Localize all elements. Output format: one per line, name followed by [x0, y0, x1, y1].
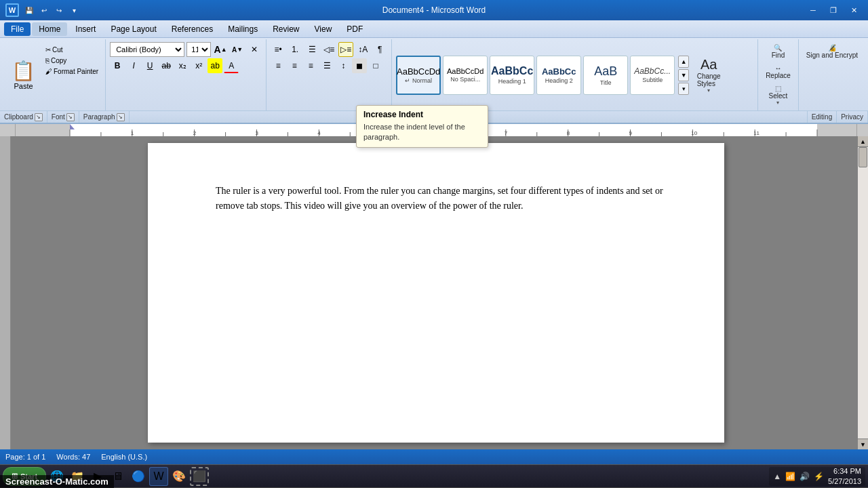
menu-review[interactable]: Review [266, 22, 306, 36]
menu-references[interactable]: References [165, 22, 220, 36]
justify-button[interactable]: ☰ [319, 58, 334, 73]
copy-button[interactable]: ⎘ Copy [43, 56, 101, 66]
vertical-scrollbar[interactable]: ▲ ▼ [857, 136, 868, 449]
language: English (U.S.) [101, 453, 147, 461]
menu-home[interactable]: Home [32, 22, 67, 36]
strikethrough-button[interactable]: ab [159, 58, 174, 73]
text-highlight-button[interactable]: ab [208, 58, 222, 73]
styles-tiles-row: AaBbCcDd ↵ Normal AaBbCcDd No Spaci... A… [396, 42, 753, 108]
style-heading1[interactable]: AaBbCc Heading 1 [490, 56, 534, 95]
save-button[interactable]: 💾 [23, 4, 35, 16]
menu-view[interactable]: View [308, 22, 339, 36]
numbering-button[interactable]: 1. [288, 42, 302, 57]
subscript-button[interactable]: x₂ [175, 58, 190, 73]
paragraph-label[interactable]: Paragraph ↘ [79, 111, 130, 123]
font-group: Calibri (Body) 11 A▲ A▼ ✕ B I U ab x₂ x²… [106, 39, 267, 110]
taskbar-screencast[interactable]: ⬛ [190, 467, 209, 486]
menu-insert[interactable]: Insert [68, 22, 102, 36]
font-expand[interactable]: ↘ [66, 113, 75, 121]
clear-formatting-button[interactable]: ✕ [247, 42, 262, 57]
menu-mailings[interactable]: Mailings [221, 22, 264, 36]
italic-button[interactable]: I [126, 58, 141, 73]
menu-page-layout[interactable]: Page Layout [104, 22, 163, 36]
taskbar-paint[interactable]: 🎨 [170, 467, 189, 486]
show-marks-button[interactable]: ¶ [372, 42, 387, 57]
signature-group: 🔏 Sign and Encrypt [799, 39, 865, 110]
font-format-row: B I U ab x₂ x² ab A [110, 58, 262, 73]
paste-button[interactable]: 📋 Paste [7, 42, 40, 108]
document-content[interactable]: The ruler is a very powerful tool. From … [216, 184, 670, 214]
taskbar-word[interactable]: W [149, 467, 168, 486]
minimize-button[interactable]: ─ [804, 3, 822, 17]
scroll-down-button[interactable]: ▼ [858, 439, 868, 449]
shrink-font-button[interactable]: A▼ [230, 42, 245, 57]
clipboard-label[interactable]: Clipboard ↘ [0, 111, 47, 123]
style-no-spacing[interactable]: AaBbCcDd No Spaci... [443, 56, 488, 95]
align-center-button[interactable]: ≡ [287, 58, 302, 73]
sign-encrypt-icon: 🔏 [828, 44, 836, 52]
sign-encrypt-button[interactable]: 🔏 Sign and Encrypt [803, 42, 861, 61]
font-size-select[interactable]: 11 [186, 42, 211, 57]
select-button[interactable]: ⬚ Select ▾ [762, 83, 794, 108]
font-name-select[interactable]: Calibri (Body) [110, 42, 184, 57]
change-styles-button[interactable]: Aa Change Styles ▾ [691, 54, 726, 97]
qa-dropdown[interactable]: ▾ [68, 4, 80, 16]
tray-power-icon[interactable]: ⚡ [814, 472, 824, 481]
font-label[interactable]: Font ↘ [47, 111, 79, 123]
ruler-main[interactable] [15, 124, 857, 136]
font-color-button[interactable]: A [224, 58, 239, 73]
close-button[interactable]: ✕ [845, 3, 863, 17]
style-scroll-down[interactable]: ▼ [678, 69, 689, 81]
redo-button[interactable]: ↪ [53, 4, 65, 16]
replace-button[interactable]: ↔ Replace [762, 62, 794, 81]
increase-indent-button[interactable]: ▷≡ [338, 42, 353, 57]
paragraph-expand[interactable]: ↘ [117, 113, 125, 121]
grow-font-button[interactable]: A▲ [213, 42, 228, 57]
style-scroll-up[interactable]: ▲ [678, 56, 689, 68]
style-heading2[interactable]: AaBbCc Heading 2 [536, 56, 581, 95]
style-subtitle[interactable]: AaBbCc... Subtitle [630, 56, 675, 95]
style-normal[interactable]: AaBbCcDd ↵ Normal [396, 56, 441, 95]
decrease-indent-button[interactable]: ◁≡ [321, 42, 336, 57]
bullets-button[interactable]: ≡• [271, 42, 285, 57]
align-right-button[interactable]: ≡ [303, 58, 318, 73]
styles-label[interactable]: Styles ↘ [130, 111, 808, 123]
style-scroll-more[interactable]: ▾ [678, 83, 689, 95]
shading-button[interactable]: ◼ [352, 58, 367, 73]
format-painter-button[interactable]: 🖌 Format Painter [43, 66, 101, 77]
style-title[interactable]: AaB Title [583, 56, 628, 95]
tray-sound-icon[interactable]: 🔊 [800, 472, 810, 481]
tray-network-icon[interactable]: 📶 [785, 472, 795, 481]
document-page[interactable]: The ruler is a very powerful tool. From … [148, 143, 724, 443]
styles-group: AaBbCcDd ↵ Normal AaBbCcDd No Spaci... A… [392, 39, 758, 110]
styles-expand[interactable]: ↘ [474, 113, 482, 121]
clipboard-label-text: Clipboard [4, 113, 33, 121]
tray-clock[interactable]: 6:34 PM 5/27/2013 [828, 466, 861, 486]
align-left-button[interactable]: ≡ [271, 58, 285, 73]
cut-button[interactable]: ✂ Cut [43, 45, 101, 55]
bold-button[interactable]: B [110, 58, 125, 73]
document-center[interactable]: The ruler is a very powerful tool. From … [15, 136, 857, 449]
underline-button[interactable]: U [142, 58, 157, 73]
line-spacing-button[interactable]: ↕ [336, 58, 351, 73]
borders-button[interactable]: □ [368, 58, 383, 73]
undo-button[interactable]: ↩ [38, 4, 50, 16]
para-top-row: ≡• 1. ☰ ◁≡ ▷≡ ↕A ¶ [271, 42, 387, 57]
find-button[interactable]: 🔍 Find [762, 42, 794, 61]
style-h2-label: Heading 2 [545, 77, 573, 84]
ruler-area [0, 124, 868, 136]
multilevel-list-button[interactable]: ☰ [304, 42, 319, 57]
taskbar-network[interactable]: 🔵 [129, 467, 148, 486]
style-normal-label: ↵ Normal [405, 77, 432, 84]
sort-button[interactable]: ↕A [355, 42, 370, 57]
superscript-button[interactable]: x² [191, 58, 206, 73]
menu-pdf[interactable]: PDF [340, 22, 370, 36]
clipboard-expand[interactable]: ↘ [35, 113, 43, 121]
clear-formatting-icon: ✕ [251, 45, 258, 54]
scroll-thumb[interactable] [859, 147, 867, 167]
tray-up-arrow[interactable]: ▲ [773, 472, 781, 481]
style-subtitle-preview: AaBbCc... [634, 66, 671, 76]
menu-file[interactable]: File [4, 22, 31, 36]
scroll-up-button[interactable]: ▲ [858, 136, 868, 147]
restore-button[interactable]: ❐ [825, 3, 842, 17]
